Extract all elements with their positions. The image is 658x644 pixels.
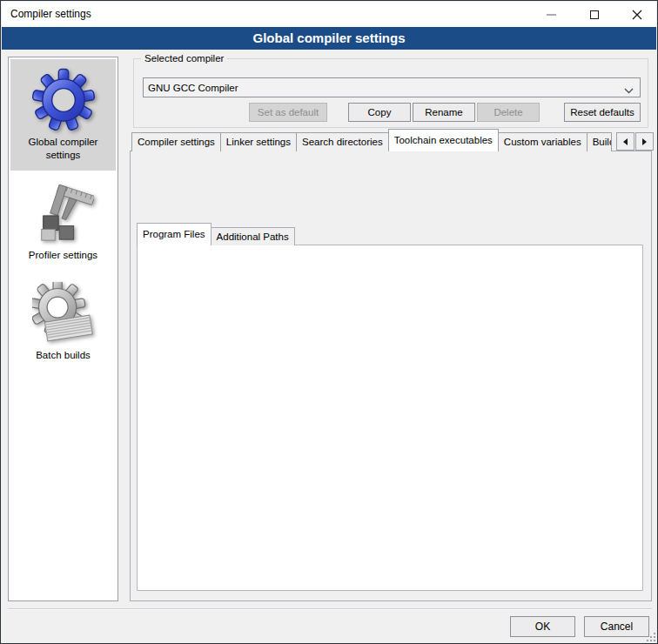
- sidebar-item-batch-builds[interactable]: Batch builds: [10, 272, 116, 371]
- blue-gear-icon: [10, 66, 116, 134]
- tab-scroll-left-icon: [623, 138, 628, 145]
- sidebar-item-label: Batch builds: [10, 347, 116, 371]
- tab-toolchain-executables[interactable]: Toolchain executables: [388, 129, 499, 151]
- ok-button[interactable]: OK: [510, 616, 575, 637]
- program-files-page: [137, 245, 643, 591]
- sidebar-item-profiler-settings[interactable]: Profiler settings: [10, 172, 116, 271]
- sidebar-item-label: Global compiler settings: [10, 134, 116, 171]
- compiler-combobox[interactable]: GNU GCC Compiler: [143, 77, 641, 97]
- tab-scroll-right-button[interactable]: [635, 132, 654, 151]
- maximize-button[interactable]: [574, 2, 614, 27]
- compiler-buttons-row: Set as default Copy Rename Delete Reset …: [134, 103, 648, 122]
- window-title: Compiler settings: [10, 2, 91, 27]
- tab-compiler-settings[interactable]: Compiler settings: [131, 132, 221, 151]
- chevron-down-icon: [624, 85, 634, 96]
- settings-tabstrip: Compiler settings Linker settings Search…: [131, 129, 616, 151]
- caliper-icon: [10, 179, 116, 247]
- group-legend: Selected compiler: [141, 52, 227, 65]
- rename-button[interactable]: Rename: [413, 103, 475, 122]
- footer-divider: [8, 608, 652, 609]
- tab-linker-settings[interactable]: Linker settings: [220, 132, 297, 151]
- sidebar-item-global-compiler-settings[interactable]: Global compiler settings: [10, 59, 116, 171]
- tab-additional-paths[interactable]: Additional Paths: [211, 227, 295, 245]
- delete-button[interactable]: Delete: [477, 103, 540, 122]
- tab-scroll-left-button[interactable]: [616, 132, 634, 151]
- minimize-button[interactable]: [532, 2, 571, 27]
- gray-gear-stack-icon: [10, 279, 116, 347]
- set-as-default-button[interactable]: Set as default: [249, 103, 327, 122]
- compiler-settings-dialog: Compiler settings Global compiler settin…: [0, 0, 658, 644]
- program-files-tabstrip: Program Files Additional Paths: [137, 223, 294, 245]
- close-button[interactable]: [617, 2, 656, 27]
- settings-sidebar: Global compiler settings Profiler settin…: [8, 57, 118, 601]
- close-icon: [632, 10, 642, 20]
- compiler-combobox-value: GNU GCC Compiler: [148, 83, 238, 93]
- selected-compiler-group: Selected compiler GNU GCC Compiler Set a…: [133, 58, 648, 128]
- cancel-button[interactable]: Cancel: [584, 616, 649, 637]
- resize-grip[interactable]: [647, 633, 655, 641]
- page-title: Global compiler settings: [2, 27, 656, 50]
- copy-button[interactable]: Copy: [348, 103, 411, 122]
- tab-custom-variables[interactable]: Custom variables: [498, 132, 588, 151]
- tab-program-files[interactable]: Program Files: [137, 223, 212, 245]
- tab-scroll-right-icon: [642, 138, 647, 145]
- minimize-icon: [547, 14, 556, 16]
- tab-build-options[interactable]: Build options: [587, 132, 612, 151]
- tab-search-directories[interactable]: Search directories: [296, 132, 389, 151]
- reset-defaults-button[interactable]: Reset defaults: [564, 103, 641, 122]
- maximize-icon: [590, 10, 599, 19]
- titlebar: Compiler settings: [2, 2, 656, 27]
- sidebar-item-label: Profiler settings: [10, 247, 116, 271]
